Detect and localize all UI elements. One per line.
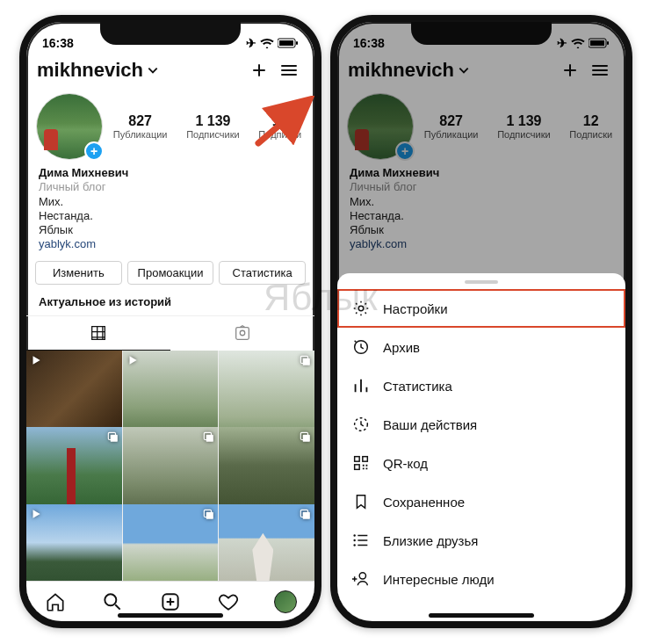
svg-rect-1 <box>279 40 293 46</box>
svg-rect-26 <box>363 457 368 462</box>
menu-item-discover[interactable]: Интересные люди <box>337 560 625 598</box>
status-icons: ✈ <box>246 36 299 50</box>
menu-label: Сохраненное <box>383 495 465 510</box>
grid-icon <box>89 323 108 343</box>
profile-action-buttons: Изменить Промоакции Статистика <box>26 259 314 293</box>
svg-point-30 <box>353 545 355 546</box>
stat-posts-num: 827 <box>113 113 168 129</box>
tab-grid[interactable] <box>26 316 170 351</box>
archive-icon <box>351 337 371 357</box>
svg-point-29 <box>353 539 355 541</box>
bio-line3: Яблык <box>39 223 302 237</box>
stat-following-label: Подписки <box>258 129 301 140</box>
heart-icon <box>217 590 240 613</box>
hamburger-menu-sheet: Настройки Архив Статистика Ваши действия… <box>337 273 625 621</box>
svg-rect-25 <box>355 457 360 462</box>
highlights-title: Актуальное из историй <box>26 293 314 315</box>
stat-followers-label: Подписчики <box>186 129 240 140</box>
menu-item-archive[interactable]: Архив <box>337 328 625 366</box>
edit-profile-button[interactable]: Изменить <box>35 261 122 285</box>
nav-profile[interactable] <box>274 590 297 613</box>
add-person-icon <box>351 569 371 589</box>
stat-posts-label: Публикации <box>113 129 168 140</box>
create-post-button[interactable] <box>244 55 274 85</box>
phone-right: 16:38 ✈ mikhnevich <box>330 15 632 628</box>
profile-bio: Дима Михневич Личный блог Мих. Нестанда.… <box>26 164 314 259</box>
stat-followers-num: 1 139 <box>186 113 240 129</box>
menu-label: Архив <box>383 340 420 355</box>
svg-rect-12 <box>303 435 310 442</box>
menu-item-close-friends[interactable]: Близкие друзья <box>337 521 625 560</box>
carousel-icon <box>202 431 214 443</box>
screen-right: 16:38 ✈ mikhnevich <box>337 22 625 621</box>
gear-icon <box>351 299 371 318</box>
promotions-button[interactable]: Промоакции <box>127 261 214 285</box>
device-notch <box>100 22 241 45</box>
nav-search[interactable] <box>101 590 124 613</box>
svg-rect-8 <box>110 435 117 442</box>
nav-activity[interactable] <box>217 590 240 613</box>
svg-point-4 <box>240 330 245 336</box>
hamburger-menu-button[interactable] <box>274 55 304 85</box>
profile-stats-row: + 827 Публикации 1 139 Подписчики 12 Под… <box>26 89 314 164</box>
tagged-icon <box>233 323 252 343</box>
screen-left: 16:38 ✈ mikhnevich <box>26 22 314 621</box>
bookmark-icon <box>351 492 371 511</box>
menu-item-qr[interactable]: QR-код <box>337 444 625 482</box>
svg-rect-14 <box>206 512 213 519</box>
stat-posts[interactable]: 827 Публикации <box>113 113 168 140</box>
profile-content-tabs <box>26 315 314 351</box>
airplane-icon: ✈ <box>246 36 256 50</box>
activity-icon <box>351 415 371 434</box>
bio-line2: Нестанда. <box>39 209 302 223</box>
bio-name: Дима Михневич <box>39 166 302 180</box>
svg-point-31 <box>359 573 365 579</box>
sheet-handle[interactable] <box>465 280 498 284</box>
profile-avatar[interactable]: + <box>37 94 102 159</box>
bio-category: Личный блог <box>39 180 302 194</box>
post-thumbnail[interactable] <box>26 504 122 581</box>
plus-box-icon <box>249 60 270 81</box>
menu-label: Близкие друзья <box>383 533 478 548</box>
nav-create[interactable] <box>159 590 182 613</box>
carousel-icon <box>299 354 311 366</box>
svg-rect-16 <box>303 512 310 519</box>
post-thumbnail[interactable] <box>219 504 314 581</box>
username-dropdown[interactable]: mikhnevich <box>37 59 244 82</box>
menu-label: QR-код <box>383 456 428 471</box>
post-thumbnail[interactable] <box>123 504 219 581</box>
plus-square-icon <box>159 590 182 613</box>
menu-label: Ваши действия <box>383 417 477 432</box>
list-icon <box>351 531 371 550</box>
video-icon <box>126 354 139 366</box>
tab-tagged[interactable] <box>170 316 314 351</box>
stat-following[interactable]: 12 Подписки <box>258 113 301 140</box>
chevron-down-icon <box>147 64 159 76</box>
wifi-icon <box>260 38 274 48</box>
svg-rect-10 <box>206 435 213 442</box>
menu-item-saved[interactable]: Сохраненное <box>337 482 625 521</box>
svg-rect-6 <box>303 358 310 365</box>
menu-item-insights[interactable]: Статистика <box>337 366 625 405</box>
video-icon <box>30 354 42 366</box>
menu-label: Настройки <box>383 301 448 316</box>
svg-rect-2 <box>296 41 298 45</box>
username-text: mikhnevich <box>37 59 143 82</box>
insights-button[interactable]: Статистика <box>219 261 306 285</box>
nav-home[interactable] <box>44 590 67 613</box>
menu-item-activity[interactable]: Ваши действия <box>337 405 625 444</box>
battery-icon <box>278 38 299 48</box>
carousel-icon <box>202 508 214 520</box>
carousel-icon <box>299 508 311 520</box>
svg-point-28 <box>353 535 355 537</box>
phone-left: 16:38 ✈ mikhnevich <box>19 15 321 628</box>
profile-header: mikhnevich <box>26 52 314 89</box>
menu-item-settings[interactable]: Настройки <box>337 289 625 328</box>
video-icon <box>30 508 42 520</box>
add-story-badge[interactable]: + <box>84 141 104 161</box>
svg-point-17 <box>105 594 117 605</box>
stat-following-num: 12 <box>258 113 301 129</box>
stat-followers[interactable]: 1 139 Подписчики <box>186 113 240 140</box>
bio-link[interactable]: yablyk.com <box>39 237 302 251</box>
status-time: 16:38 <box>42 36 74 50</box>
